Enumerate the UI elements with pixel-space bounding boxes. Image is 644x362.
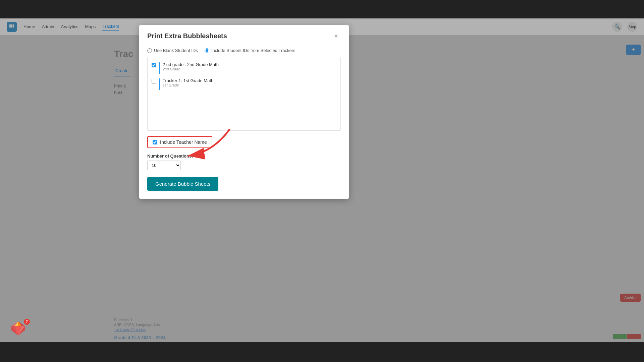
radio-blank-ids-label: Use Blank Student IDs [154, 48, 198, 53]
tracker-grade-0: 2nd Grade [163, 67, 219, 71]
tracker-item-0: 2 nd grade : 2nd Grade Math 2nd Grade [150, 60, 338, 76]
modal-header: Print Extra Bubblesheets × [139, 25, 349, 45]
generate-button[interactable]: Generate Bubble Sheets [147, 177, 218, 191]
notification-badge: 7 [24, 319, 30, 325]
teacher-name-label: Include Teacher Name [160, 139, 207, 145]
tracker-info-0: 2 nd grade : 2nd Grade Math 2nd Grade [163, 62, 219, 71]
modal-title: Print Extra Bubblesheets [147, 32, 227, 40]
tracker-item-1: Tracker 1: 1st Grade Math 1st Grade [150, 76, 338, 92]
teacher-name-section: Include Teacher Name [147, 136, 341, 148]
teacher-name-box: Include Teacher Name [147, 136, 212, 148]
radio-selected-ids-input[interactable] [205, 48, 209, 53]
questions-label: Number of Questions: [147, 154, 341, 159]
radio-selected-ids[interactable]: Include Student IDs from Selected Tracke… [205, 48, 296, 53]
bottom-bar [0, 342, 644, 362]
modal-close-button[interactable]: × [331, 31, 341, 41]
top-bar [0, 0, 644, 18]
questions-select[interactable]: 5 10 15 20 25 30 40 50 [147, 161, 181, 170]
notification-icon-container[interactable]: 7 [10, 320, 29, 339]
tracker-checkbox-0[interactable] [152, 63, 156, 67]
modal-body: Use Blank Student IDs Include Student ID… [139, 45, 349, 199]
tracker-name-0: 2 nd grade : 2nd Grade Math [163, 62, 219, 67]
student-id-radio-group: Use Blank Student IDs Include Student ID… [147, 48, 341, 53]
tracker-list: 2 nd grade : 2nd Grade Math 2nd Grade Tr… [147, 57, 341, 131]
tracker-name-1: Tracker 1: 1st Grade Math [163, 78, 213, 83]
tracker-bar-1 [159, 78, 160, 90]
modal-dialog: Print Extra Bubblesheets × Use Blank Stu… [139, 25, 349, 199]
questions-section: Number of Questions: 5 10 15 20 25 30 40… [147, 154, 341, 170]
radio-blank-ids[interactable]: Use Blank Student IDs [147, 48, 198, 53]
radio-blank-ids-input[interactable] [147, 48, 152, 53]
radio-selected-ids-label: Include Student IDs from Selected Tracke… [211, 48, 296, 53]
tracker-checkbox-1[interactable] [152, 79, 156, 83]
tracker-info-1: Tracker 1: 1st Grade Math 1st Grade [163, 78, 213, 87]
tracker-grade-1: 1st Grade [163, 83, 213, 87]
tracker-bar-0 [159, 62, 160, 74]
teacher-name-checkbox[interactable] [153, 140, 157, 144]
